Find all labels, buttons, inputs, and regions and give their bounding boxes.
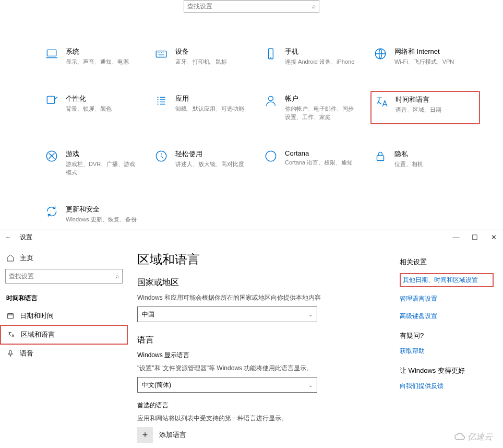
window-title: 设置: [20, 233, 32, 242]
nav-region-language[interactable]: 区域和语言: [0, 325, 128, 345]
sidebar-search-input[interactable]: [9, 273, 115, 280]
category-devices[interactable]: 设备蓝牙、打印机、鼠标: [151, 44, 261, 69]
svg-rect-2: [269, 49, 273, 59]
home-icon: [6, 254, 15, 262]
svg-rect-4: [47, 97, 54, 104]
category-accounts[interactable]: 帐户你的帐户、电子邮件、同步设置、工作、家庭: [261, 91, 370, 124]
chevron-down-icon: ⌄: [308, 382, 313, 388]
nav-label: 语音: [20, 349, 33, 358]
display-lang-desc: "设置"和"文件资源管理器"等 Windows 功能将使用此语言显示。: [137, 364, 400, 373]
cat-sub: 卸载、默认应用、可选功能: [175, 105, 244, 113]
country-select[interactable]: 中国 ⌄: [137, 306, 317, 322]
nav-label: 区域和语言: [21, 330, 55, 339]
cat-title: 时间和语言: [396, 95, 441, 104]
phone-icon: [264, 47, 278, 61]
cat-title: Cortana: [285, 149, 353, 157]
apps-icon: [154, 94, 168, 108]
cat-title: 系统: [66, 47, 129, 56]
link-advanced-keyboard[interactable]: 高级键盘设置: [400, 312, 494, 321]
search-icon: ⌕: [115, 273, 119, 280]
calendar-icon: [6, 312, 15, 320]
cat-sub: Wi-Fi、飞行模式、VPN: [394, 58, 454, 66]
minimize-button[interactable]: —: [447, 231, 465, 243]
category-time-language[interactable]: 时间和语言语音、区域、日期: [370, 91, 480, 124]
ease-icon: [154, 149, 168, 163]
cat-sub: 语音、区域、日期: [396, 106, 441, 114]
watermark-text: 亿速云: [468, 432, 493, 443]
cat-title: 手机: [285, 47, 354, 56]
category-network[interactable]: 网络和 InternetWi-Fi、飞行模式、VPN: [370, 44, 480, 69]
cat-title: 应用: [175, 94, 244, 103]
cat-sub: 位置、相机: [394, 160, 423, 168]
category-phone[interactable]: 手机连接 Android 设备、iPhone: [261, 44, 370, 69]
laptop-icon: [45, 47, 58, 61]
cat-sub: 蓝牙、打印机、鼠标: [175, 58, 227, 66]
cat-title: 设备: [175, 47, 227, 56]
category-personalization[interactable]: 个性化背景、锁屏、颜色: [42, 91, 151, 124]
category-system[interactable]: 系统显示、声音、通知、电源: [42, 44, 151, 69]
country-heading: 国家或地区: [137, 277, 400, 288]
link-feedback[interactable]: 向我们提供反馈: [400, 382, 494, 391]
country-value: 中国: [142, 310, 154, 319]
update-icon: [45, 205, 58, 218]
svg-point-5: [269, 97, 273, 101]
watermark: 亿速云: [454, 431, 493, 443]
link-manage-language[interactable]: 管理语言设置: [400, 294, 494, 303]
display-lang-label: Windows 显示语言: [137, 351, 400, 360]
sidebar-search[interactable]: ⌕: [5, 269, 123, 284]
cat-title: 个性化: [66, 94, 112, 103]
lock-icon: [374, 149, 387, 163]
search-icon: ⌕: [312, 3, 316, 10]
microphone-icon: [6, 349, 15, 358]
maximize-button[interactable]: ☐: [465, 231, 484, 243]
preferred-heading: 首选的语言: [137, 401, 400, 410]
page-title: 区域和语言: [137, 251, 400, 268]
person-icon: [264, 94, 278, 108]
nav-speech[interactable]: 语音: [0, 345, 128, 362]
cat-sub: 显示、声音、通知、电源: [66, 58, 129, 66]
keyboard-icon: [154, 47, 168, 61]
preferred-desc: 应用和网站将以列表中受支持的第一种语言进行显示。: [137, 414, 400, 423]
xbox-icon: [45, 149, 58, 163]
brush-icon: [45, 94, 58, 108]
help-heading: 有疑问?: [400, 331, 494, 340]
settings-search-input[interactable]: [187, 3, 312, 10]
category-ease-of-access[interactable]: 轻松使用讲述人、放大镜、高对比度: [151, 146, 261, 180]
language-heading: 语言: [137, 335, 400, 346]
category-privacy[interactable]: 隐私位置、相机: [370, 146, 480, 180]
display-lang-value: 中文(简体): [142, 381, 171, 390]
cat-title: 更新和安全: [66, 205, 137, 214]
cat-sub: Cortana 语言、权限、通知: [285, 159, 353, 167]
country-desc: Windows 和应用可能会根据你所在的国家或地区向你提供本地内容: [137, 293, 400, 302]
cortana-icon: [264, 149, 278, 163]
cat-title: 轻松使用: [175, 149, 244, 159]
svg-rect-9: [377, 156, 384, 161]
language-icon: [375, 95, 388, 109]
link-other-datetime-region[interactable]: 其他日期、时间和区域设置: [400, 273, 494, 287]
cat-sub: Windows 更新、恢复、备份: [66, 216, 137, 223]
category-apps[interactable]: 应用卸载、默认应用、可选功能: [151, 91, 261, 124]
display-language-select[interactable]: 中文(简体) ⌄: [137, 377, 317, 393]
cat-title: 游戏: [66, 149, 139, 159]
svg-rect-0: [47, 50, 56, 56]
related-heading: 相关设置: [400, 257, 494, 267]
home-nav[interactable]: 主页: [0, 249, 128, 267]
cat-sub: 连接 Android 设备、iPhone: [285, 58, 354, 66]
nav-label: 日期和时间: [20, 311, 54, 321]
back-button[interactable]: ←: [5, 233, 11, 241]
add-language-button[interactable]: +: [137, 427, 153, 443]
category-update[interactable]: 更新和安全Windows 更新、恢复、备份: [42, 202, 151, 227]
settings-search[interactable]: ⌕: [184, 0, 319, 13]
cat-sub: 讲述人、放大镜、高对比度: [175, 160, 244, 168]
svg-point-8: [266, 151, 276, 161]
cat-sub: 游戏栏、DVR、广播、游戏模式: [66, 160, 139, 176]
svg-rect-11: [9, 350, 11, 354]
link-get-help[interactable]: 获取帮助: [400, 347, 494, 356]
feedback-heading: 让 Windows 变得更好: [400, 366, 494, 375]
nav-datetime[interactable]: 日期和时间: [0, 307, 128, 325]
close-button[interactable]: ✕: [484, 231, 503, 243]
category-cortana[interactable]: CortanaCortana 语言、权限、通知: [261, 146, 370, 180]
category-gaming[interactable]: 游戏游戏栏、DVR、广播、游戏模式: [42, 146, 151, 180]
add-language-label: 添加语言: [159, 430, 186, 440]
chevron-down-icon: ⌄: [308, 312, 313, 317]
